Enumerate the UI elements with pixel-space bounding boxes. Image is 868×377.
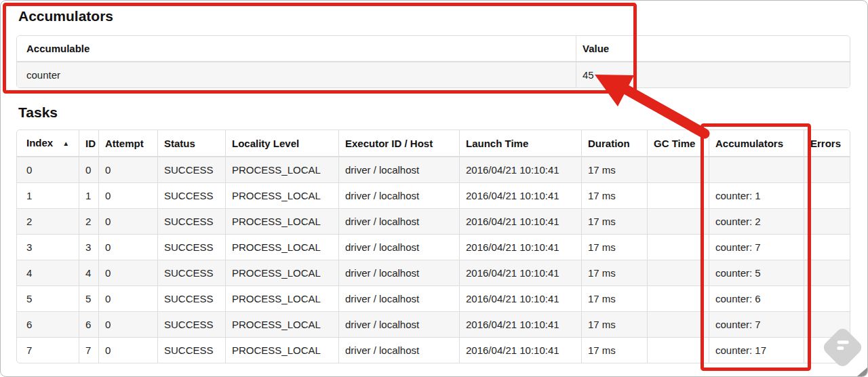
column-header-status[interactable]: Status — [157, 130, 225, 157]
gc-time-cell — [647, 337, 709, 363]
locality-cell: PROCESS_LOCAL — [225, 260, 338, 285]
errors-cell — [804, 337, 850, 363]
errors-cell — [804, 311, 850, 337]
accumulators-cell: counter: 6 — [709, 285, 804, 311]
accumulators-section-title: Accumulators — [18, 8, 849, 24]
id-cell: 4 — [79, 260, 98, 285]
table-row: 2 2 0 SUCCESS PROCESS_LOCAL driver / loc… — [17, 208, 850, 234]
index-cell: 4 — [17, 260, 79, 285]
duration-cell: 17 ms — [581, 337, 647, 363]
launch-time-cell: 2016/04/21 10:10:41 — [459, 311, 581, 337]
column-header-accumulable[interactable]: Accumulable — [17, 36, 576, 62]
status-cell: SUCCESS — [157, 157, 225, 182]
gc-time-cell — [647, 311, 709, 337]
index-cell: 5 — [17, 285, 79, 311]
column-header-duration[interactable]: Duration — [581, 130, 647, 157]
browser-viewport: Accumulators Accumulable Value counter 4… — [0, 0, 868, 377]
executor-cell: driver / localhost — [338, 182, 459, 208]
sort-asc-icon: ▲ — [62, 140, 69, 147]
duration-cell: 17 ms — [581, 157, 647, 182]
accumulators-header-row: Accumulable Value — [17, 36, 850, 62]
status-cell: SUCCESS — [157, 234, 225, 260]
launch-time-cell: 2016/04/21 10:10:41 — [459, 337, 581, 363]
index-cell: 1 — [17, 182, 79, 208]
locality-cell: PROCESS_LOCAL — [225, 234, 338, 260]
attempt-cell: 0 — [98, 208, 157, 234]
table-row: 0 0 0 SUCCESS PROCESS_LOCAL driver / loc… — [17, 157, 850, 182]
accumulators-cell: counter: 2 — [709, 208, 804, 234]
attempt-cell: 0 — [98, 311, 157, 337]
errors-cell — [804, 234, 850, 260]
tasks-table: Index▲ ID Attempt Status Locality Level … — [16, 130, 850, 363]
locality-cell: PROCESS_LOCAL — [225, 311, 338, 337]
accumulable-name-cell: counter — [17, 62, 576, 87]
errors-cell — [804, 157, 850, 182]
attempt-cell: 0 — [98, 337, 157, 363]
column-header-attempt[interactable]: Attempt — [98, 130, 157, 157]
locality-cell: PROCESS_LOCAL — [225, 285, 338, 311]
column-header-executor-id-host[interactable]: Executor ID / Host — [338, 130, 459, 157]
index-cell: 3 — [17, 234, 79, 260]
executor-cell: driver / localhost — [338, 260, 459, 285]
executor-cell: driver / localhost — [338, 311, 459, 337]
gc-time-cell — [647, 285, 709, 311]
index-cell: 7 — [17, 337, 79, 363]
attempt-cell: 0 — [98, 285, 157, 311]
status-cell: SUCCESS — [157, 311, 225, 337]
column-header-value[interactable]: Value — [576, 36, 850, 62]
executor-cell: driver / localhost — [338, 337, 459, 363]
launch-time-cell: 2016/04/21 10:10:41 — [459, 157, 581, 182]
tasks-section-title: Tasks — [18, 104, 849, 120]
table-row: 6 6 0 SUCCESS PROCESS_LOCAL driver / loc… — [17, 311, 850, 337]
table-row: 7 7 0 SUCCESS PROCESS_LOCAL driver / loc… — [17, 337, 850, 363]
duration-cell: 17 ms — [581, 311, 647, 337]
executor-cell: driver / localhost — [338, 208, 459, 234]
accumulators-table: Accumulable Value counter 45 — [16, 35, 850, 88]
launch-time-cell: 2016/04/21 10:10:41 — [459, 260, 581, 285]
errors-cell — [804, 208, 850, 234]
gc-time-cell — [647, 260, 709, 285]
executor-cell: driver / localhost — [338, 285, 459, 311]
tasks-header-row: Index▲ ID Attempt Status Locality Level … — [17, 130, 850, 157]
duration-cell: 17 ms — [581, 260, 647, 285]
duration-cell: 17 ms — [581, 208, 647, 234]
cursor-fragment — [857, 368, 867, 376]
status-cell: SUCCESS — [157, 182, 225, 208]
duration-cell: 17 ms — [581, 285, 647, 311]
index-cell: 2 — [17, 208, 79, 234]
column-header-launch-time[interactable]: Launch Time — [459, 130, 581, 157]
column-header-accumulators[interactable]: Accumulators — [709, 130, 804, 157]
status-cell: SUCCESS — [157, 208, 225, 234]
gc-time-cell — [647, 157, 709, 182]
errors-cell — [804, 260, 850, 285]
id-cell: 2 — [79, 208, 98, 234]
executor-cell: driver / localhost — [338, 157, 459, 182]
errors-cell — [804, 285, 850, 311]
table-row: 1 1 0 SUCCESS PROCESS_LOCAL driver / loc… — [17, 182, 850, 208]
gc-time-cell — [647, 208, 709, 234]
accumulators-cell: counter: 7 — [709, 311, 804, 337]
accumulators-cell: counter: 7 — [709, 234, 804, 260]
launch-time-cell: 2016/04/21 10:10:41 — [459, 182, 581, 208]
attempt-cell: 0 — [98, 157, 157, 182]
accumulators-cell: counter: 5 — [709, 260, 804, 285]
accumulator-row: counter 45 — [17, 62, 850, 87]
errors-cell — [804, 182, 850, 208]
locality-cell: PROCESS_LOCAL — [225, 157, 338, 182]
index-header-label: Index — [26, 137, 53, 148]
gc-time-cell — [647, 182, 709, 208]
duration-cell: 17 ms — [581, 234, 647, 260]
index-cell: 6 — [17, 311, 79, 337]
column-header-index[interactable]: Index▲ — [17, 130, 79, 157]
gc-time-cell — [647, 234, 709, 260]
column-header-errors[interactable]: Errors — [804, 130, 850, 157]
locality-cell: PROCESS_LOCAL — [225, 337, 338, 363]
executor-cell: driver / localhost — [338, 234, 459, 260]
column-header-locality-level[interactable]: Locality Level — [225, 130, 338, 157]
id-cell: 0 — [79, 157, 98, 182]
id-cell: 5 — [79, 285, 98, 311]
index-cell: 0 — [17, 157, 79, 182]
launch-time-cell: 2016/04/21 10:10:41 — [459, 208, 581, 234]
column-header-gc-time[interactable]: GC Time — [647, 130, 709, 157]
column-header-id[interactable]: ID — [79, 130, 98, 157]
